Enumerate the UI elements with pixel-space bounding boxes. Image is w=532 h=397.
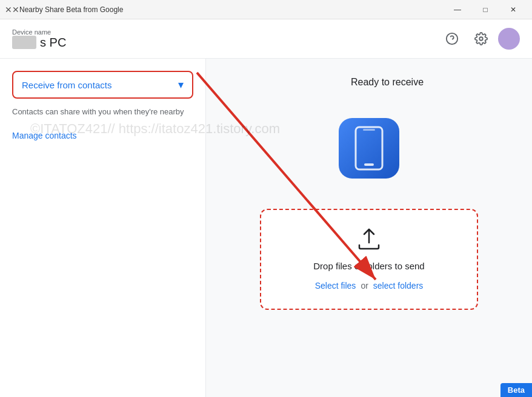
device-name: s PC <box>12 36 440 50</box>
receive-description: Contacts can share with you when they're… <box>12 106 193 118</box>
manage-contacts-link[interactable]: Manage contacts <box>12 131 77 140</box>
help-button[interactable] <box>440 27 464 51</box>
drop-actions: Select files or select folders <box>315 281 424 290</box>
right-panel: Ready to receive <box>206 59 532 397</box>
device-name-suffix: s PC <box>40 36 66 50</box>
titlebar-controls: — □ ✕ <box>444 0 527 19</box>
titlebar-title: Nearby Share Beta from Google <box>19 5 444 14</box>
close-button[interactable]: ✕ <box>499 0 527 19</box>
svg-rect-3 <box>356 127 382 169</box>
app-container: Device name s PC <box>0 19 532 397</box>
left-panel: Receive from contacts ▾ Contacts can sha… <box>0 59 206 397</box>
device-icon-area <box>339 118 399 179</box>
or-text: or <box>361 281 368 290</box>
receive-dropdown-text: Receive from contacts <box>22 80 111 90</box>
beta-badge: Beta <box>500 383 532 397</box>
svg-rect-5 <box>363 129 375 131</box>
svg-rect-4 <box>364 163 374 166</box>
select-folders-link[interactable]: select folders <box>373 281 423 290</box>
header: Device name s PC <box>0 19 532 59</box>
select-files-link[interactable]: Select files <box>315 281 356 290</box>
app-icon: ✕✕ <box>5 5 15 15</box>
device-info: Device name s PC <box>12 28 440 50</box>
device-name-blurred <box>12 36 36 49</box>
drop-text: Drop files or folders to send <box>313 261 424 271</box>
phone-icon <box>339 118 399 179</box>
titlebar: ✕✕ Nearby Share Beta from Google — □ ✕ <box>0 0 532 19</box>
ready-status-text: Ready to receive <box>351 77 424 88</box>
device-label: Device name <box>12 28 440 36</box>
minimize-button[interactable]: — <box>444 0 471 19</box>
content: Receive from contacts ▾ Contacts can sha… <box>0 59 532 397</box>
drop-zone: Drop files or folders to send Select fil… <box>260 209 478 310</box>
header-actions <box>440 27 520 51</box>
svg-point-2 <box>479 37 483 41</box>
upload-icon <box>357 228 381 255</box>
avatar[interactable] <box>498 28 520 50</box>
chevron-down-icon: ▾ <box>178 78 184 91</box>
maximize-button[interactable]: □ <box>471 0 499 19</box>
settings-button[interactable] <box>469 27 493 51</box>
receive-dropdown[interactable]: Receive from contacts ▾ <box>12 71 193 99</box>
